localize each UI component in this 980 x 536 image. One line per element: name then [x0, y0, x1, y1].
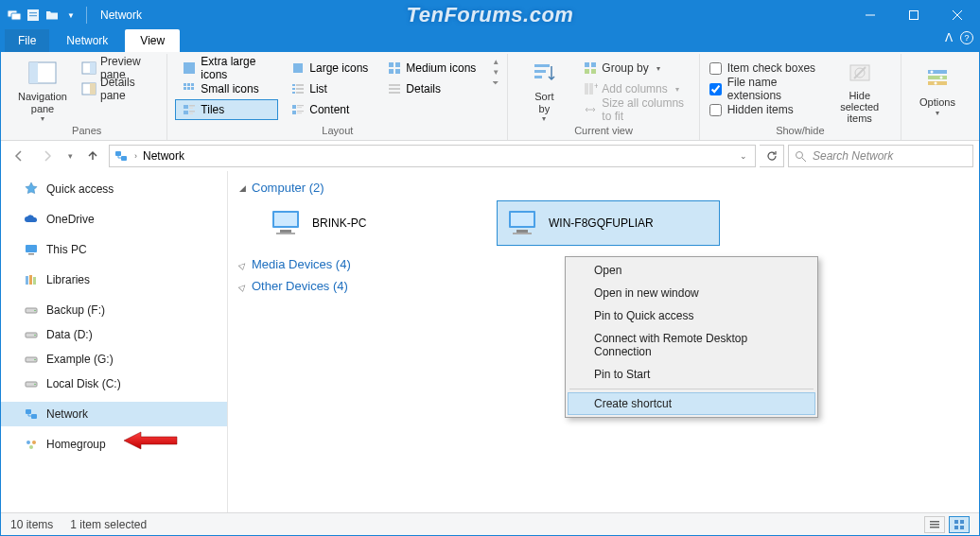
label: Computer (2) [252, 181, 324, 195]
chevron-down-icon[interactable]: ⌄ [738, 151, 749, 161]
layout-list[interactable]: List [284, 78, 375, 99]
options-button[interactable]: Options ▾ [909, 58, 966, 124]
up-button[interactable] [80, 144, 105, 168]
svg-rect-46 [297, 111, 304, 112]
refresh-button[interactable] [760, 145, 784, 167]
svg-rect-47 [297, 112, 302, 113]
svg-rect-45 [292, 111, 296, 114]
ctx-open-new-window[interactable]: Open in new window [568, 282, 815, 304]
ribbon-collapse-icon[interactable]: ᐱ [945, 31, 953, 44]
svg-text:+: + [594, 81, 598, 91]
section-computer[interactable]: ◢ Computer (2) [239, 179, 968, 197]
sidebar-item-backup[interactable]: Backup (F:) [1, 298, 227, 322]
svg-point-81 [34, 359, 36, 361]
back-button[interactable] [7, 144, 31, 168]
computer-tile-brink-pc[interactable]: BRINK-PC [260, 200, 483, 246]
layout-scroll-up-icon[interactable]: ▲ [492, 58, 499, 66]
layout-content[interactable]: Content [284, 99, 375, 120]
svg-rect-100 [954, 520, 958, 524]
label: File name extensions [727, 76, 819, 102]
sidebar-item-quick-access[interactable]: Quick access [1, 177, 227, 201]
ctx-open[interactable]: Open [568, 259, 815, 282]
network-tab[interactable]: Network [51, 29, 123, 52]
qat-dropdown-icon[interactable]: ▼ [63, 8, 79, 23]
ctx-pin-start[interactable]: Pin to Start [568, 363, 815, 386]
group-label: Show/hide [708, 125, 893, 138]
svg-rect-43 [297, 105, 304, 106]
svg-rect-42 [292, 105, 296, 109]
details-view-toggle[interactable] [924, 516, 945, 533]
svg-rect-17 [389, 62, 394, 67]
computer-tile-win-f8gqfupliar[interactable]: WIN-F8GQFUPLIAR [497, 200, 720, 246]
chevron-down-icon: ▾ [936, 109, 939, 117]
svg-rect-99 [930, 527, 939, 528]
breadcrumb[interactable]: › Network ⌄ [109, 145, 756, 167]
ctx-create-shortcut[interactable]: Create shortcut [568, 392, 815, 415]
layout-medium[interactable]: Medium icons [380, 58, 482, 78]
recent-dropdown[interactable]: ▾ [63, 144, 77, 168]
minimize-button[interactable] [849, 1, 892, 29]
navigation-pane-button[interactable]: Navigation pane ▾ [14, 58, 71, 124]
hidden-items-toggle[interactable]: Hidden items [708, 99, 821, 120]
svg-rect-12 [90, 62, 96, 74]
svg-rect-30 [296, 88, 304, 90]
details-icon [387, 81, 402, 96]
label: Quick access [46, 182, 114, 196]
layout-scroll-down-icon[interactable]: ▼ [492, 68, 499, 77]
sort-by-button[interactable]: Sort by ▾ [516, 58, 572, 124]
window-title: Network [100, 9, 142, 22]
close-button[interactable] [936, 1, 979, 29]
chevron-down-icon: ▾ [542, 114, 546, 123]
layout-tiles[interactable]: Tiles [175, 99, 278, 120]
maximize-button[interactable] [892, 1, 936, 29]
svg-rect-10 [29, 62, 38, 83]
search-input[interactable]: Search Network [788, 145, 973, 167]
search-placeholder: Search Network [813, 149, 893, 163]
ribbon-group-options: Options ▾ [901, 54, 973, 140]
layout-small[interactable]: Small icons [175, 78, 278, 99]
sidebar-item-network[interactable]: Network [1, 402, 227, 426]
group-by-button[interactable]: Group by▾ [578, 58, 691, 78]
sort-icon [529, 59, 559, 89]
sidebar-item-local-disk[interactable]: Local Disk (C:) [1, 372, 227, 396]
this-pc-icon [24, 242, 39, 257]
drive-icon [24, 352, 39, 367]
svg-rect-41 [189, 113, 193, 115]
label: Group by [602, 61, 648, 75]
svg-rect-36 [184, 105, 188, 109]
svg-point-69 [796, 151, 803, 158]
svg-rect-49 [534, 70, 546, 73]
help-icon[interactable]: ? [960, 31, 973, 44]
layout-large[interactable]: Large icons [284, 58, 375, 78]
label: Hidden items [727, 103, 794, 116]
file-extensions-toggle[interactable]: File name extensions [708, 78, 821, 99]
ctx-pin-quick-access[interactable]: Pin to Quick access [568, 304, 815, 327]
view-tab[interactable]: View [125, 29, 180, 52]
titlebar: ▼ Network TenForums.com [1, 1, 979, 29]
details-pane-button[interactable]: Details pane [77, 78, 159, 99]
label: Item check boxes [727, 61, 815, 75]
svg-rect-3 [29, 12, 37, 13]
sidebar-item-onedrive[interactable]: OneDrive [1, 207, 227, 232]
label: Large icons [309, 61, 368, 75]
chevron-right-icon[interactable]: › [132, 151, 139, 161]
sidebar-item-libraries[interactable]: Libraries [1, 268, 227, 292]
chevron-right-icon: ▷ [236, 258, 248, 269]
sidebar-item-data[interactable]: Data (D:) [1, 322, 227, 347]
drive-icon [24, 303, 39, 318]
label: Content [309, 103, 349, 116]
svg-point-77 [34, 310, 36, 312]
thumbnail-view-toggle[interactable] [949, 516, 970, 533]
layout-expand-icon[interactable]: ⏷ [492, 78, 499, 87]
layout-details[interactable]: Details [380, 78, 482, 99]
sidebar-item-example[interactable]: Example (G:) [1, 347, 227, 372]
qat-newfolder-icon[interactable] [44, 8, 60, 23]
layout-extra-large[interactable]: Extra large icons [175, 58, 278, 78]
sidebar-item-this-pc[interactable]: This PC [1, 237, 227, 262]
navigation-pane-icon [27, 59, 58, 89]
file-tab[interactable]: File [5, 29, 49, 52]
qat-properties-icon[interactable] [26, 8, 41, 23]
breadcrumb-segment[interactable]: Network [143, 149, 184, 163]
ctx-remote-desktop[interactable]: Connect with Remote Desktop Connection [568, 327, 815, 363]
sidebar-item-homegroup[interactable]: Homegroup [1, 432, 227, 457]
